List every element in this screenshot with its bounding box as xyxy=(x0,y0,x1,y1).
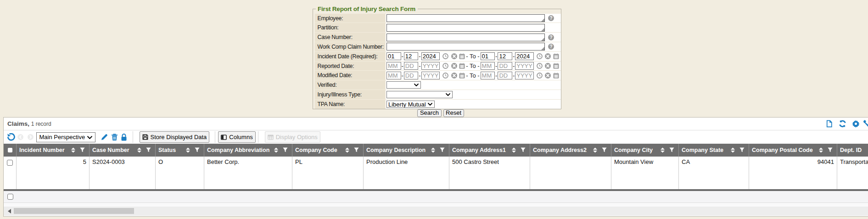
calendar-icon[interactable] xyxy=(553,63,559,69)
wrench-icon[interactable] xyxy=(863,120,868,128)
cell-case_number[interactable]: S2024-0003 xyxy=(90,157,156,190)
column-header-company_description[interactable]: Company Description xyxy=(364,144,449,157)
verified-select[interactable] xyxy=(386,81,421,89)
reported_date-from-day-input[interactable] xyxy=(404,62,419,70)
modified_date-from-year-input[interactable] xyxy=(421,72,440,79)
column-header-company_postal_code[interactable]: Company Postal Code xyxy=(749,144,837,157)
cell-status[interactable]: O xyxy=(156,157,204,190)
column-header-case_number[interactable]: Case Number xyxy=(90,144,156,157)
reported_date-to-year-input[interactable] xyxy=(515,62,534,70)
sort-icon[interactable] xyxy=(274,147,279,153)
filter-icon[interactable] xyxy=(828,147,833,152)
incident_date-to-year-input[interactable] xyxy=(515,52,534,60)
sort-icon[interactable] xyxy=(593,147,598,153)
modified_date-from-month-input[interactable] xyxy=(386,72,401,79)
row-checkbox[interactable] xyxy=(7,160,13,166)
time-clock-icon[interactable] xyxy=(442,63,448,69)
filter-icon[interactable] xyxy=(283,147,288,152)
filter-icon[interactable] xyxy=(80,147,85,152)
calendar-icon[interactable] xyxy=(459,73,465,79)
column-header-dept_id[interactable]: Dept. ID xyxy=(837,144,868,157)
case-number-input[interactable] xyxy=(386,34,545,41)
filter-icon[interactable] xyxy=(440,147,445,152)
perspective-select[interactable]: Main Perspective xyxy=(36,132,95,142)
sort-icon[interactable] xyxy=(185,147,190,153)
cell-company_state[interactable]: CA xyxy=(679,157,749,190)
filter-icon[interactable] xyxy=(602,147,607,152)
cell-company_address1[interactable]: 500 Castro Street xyxy=(449,157,530,190)
filter-icon[interactable] xyxy=(739,147,745,152)
refresh-icon[interactable] xyxy=(839,120,846,128)
clear-date-icon[interactable] xyxy=(545,73,551,79)
clear-date-icon[interactable] xyxy=(451,63,457,69)
incident_date-from-year-input[interactable] xyxy=(421,52,440,60)
column-header-status[interactable]: Status xyxy=(156,144,204,157)
gear-icon[interactable] xyxy=(852,120,860,128)
incident_date-to-month-input[interactable] xyxy=(481,52,495,60)
column-header-company_city[interactable]: Company City xyxy=(611,144,679,157)
help-icon[interactable]: ? xyxy=(548,15,554,21)
cell-company_description[interactable]: Production Line xyxy=(364,157,449,190)
store-displayed-data-button[interactable]: Store Displayed Data xyxy=(140,131,210,143)
sort-icon[interactable] xyxy=(137,147,142,153)
cell-company_code[interactable]: PL xyxy=(292,157,364,190)
time-clock-icon[interactable] xyxy=(537,73,543,79)
undo-icon[interactable] xyxy=(7,133,15,141)
partition-input[interactable] xyxy=(386,24,545,32)
column-header-company_state[interactable]: Company State xyxy=(679,144,749,157)
cell-dept_id[interactable]: Transportation xyxy=(837,157,868,190)
column-header-incident_number[interactable]: Incident Number xyxy=(17,144,90,157)
edit-pencil-icon[interactable] xyxy=(101,134,108,141)
delete-trash-icon[interactable] xyxy=(111,134,118,141)
cell-company_address2[interactable] xyxy=(530,157,611,190)
incident_date-to-day-input[interactable] xyxy=(498,52,512,60)
time-clock-icon[interactable] xyxy=(537,63,543,69)
tpa-name-select[interactable]: Liberty Mutual xyxy=(386,101,435,108)
filter-icon[interactable] xyxy=(669,147,674,152)
modified_date-to-year-input[interactable] xyxy=(515,72,534,79)
sort-icon[interactable] xyxy=(660,147,665,153)
sort-icon[interactable] xyxy=(730,147,735,153)
footer-checkbox[interactable] xyxy=(7,194,13,200)
reported_date-to-day-input[interactable] xyxy=(498,62,512,70)
sort-icon[interactable] xyxy=(431,147,436,153)
calendar-icon[interactable] xyxy=(459,63,465,69)
calendar-icon[interactable] xyxy=(553,53,559,59)
grid-data-row[interactable]: 5S2024-0003OBetter Corp.PLProduction Lin… xyxy=(4,157,868,190)
help-icon[interactable]: ? xyxy=(548,44,554,50)
incident_date-from-day-input[interactable] xyxy=(404,52,419,60)
modified_date-to-day-input[interactable] xyxy=(498,72,512,79)
select-all-checkbox[interactable] xyxy=(8,148,12,152)
search-button[interactable]: Search xyxy=(417,109,441,117)
sort-icon[interactable] xyxy=(345,147,350,153)
modified_date-to-month-input[interactable] xyxy=(481,72,495,79)
filter-icon[interactable] xyxy=(195,147,200,152)
filter-icon[interactable] xyxy=(521,147,526,152)
help-icon[interactable]: ? xyxy=(548,34,554,40)
sort-icon[interactable] xyxy=(511,147,516,153)
reported_date-from-year-input[interactable] xyxy=(421,62,440,70)
scroll-left-arrow[interactable] xyxy=(8,209,11,213)
sort-icon[interactable] xyxy=(71,147,76,153)
scrollbar-thumb[interactable] xyxy=(14,208,134,214)
calendar-icon[interactable] xyxy=(459,53,465,59)
reported_date-to-month-input[interactable] xyxy=(481,62,495,70)
cell-company_city[interactable]: Mountain View xyxy=(611,157,679,190)
clear-date-icon[interactable] xyxy=(451,73,457,79)
column-header-company_code[interactable]: Company Code xyxy=(292,144,364,157)
work-comp-claim-number-input[interactable] xyxy=(386,43,545,51)
sort-icon[interactable] xyxy=(818,147,823,153)
time-clock-icon[interactable] xyxy=(442,73,448,79)
clear-date-icon[interactable] xyxy=(451,53,457,59)
time-clock-icon[interactable] xyxy=(442,53,448,59)
column-header-company_address2[interactable]: Company Address2 xyxy=(530,144,611,157)
clear-date-icon[interactable] xyxy=(545,53,551,59)
column-header-company_address1[interactable]: Company Address1 xyxy=(449,144,530,157)
filter-icon[interactable] xyxy=(354,147,359,152)
modified_date-from-day-input[interactable] xyxy=(404,72,419,79)
incident_date-from-month-input[interactable] xyxy=(386,52,401,60)
reported_date-from-month-input[interactable] xyxy=(386,62,401,70)
calendar-icon[interactable] xyxy=(553,73,559,79)
employee-input[interactable] xyxy=(386,14,545,22)
new-document-icon[interactable] xyxy=(825,120,833,128)
